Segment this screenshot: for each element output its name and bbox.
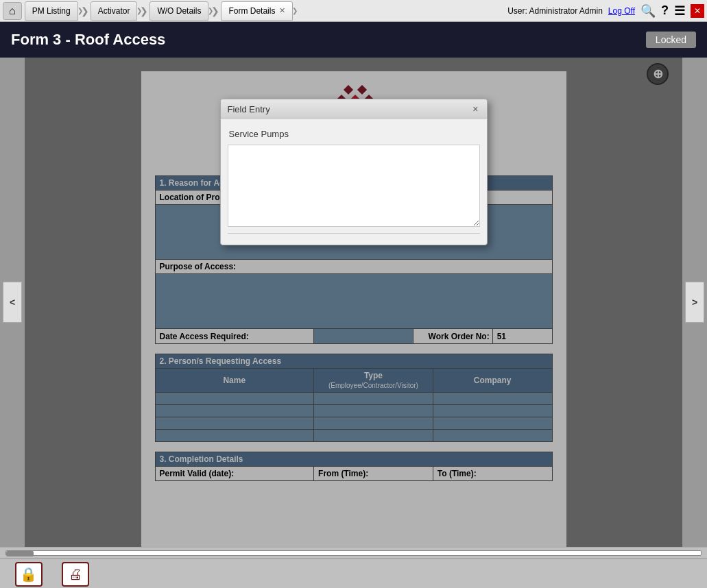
tab-label: PM Listing [32, 6, 71, 16]
tab-label: Form Details [228, 6, 275, 16]
tab-label: Activator [98, 6, 130, 16]
dialog-title-bar: Field Entry × [221, 99, 487, 119]
tab-form-details[interactable]: Form Details ✕ [221, 1, 293, 21]
horizontal-scrollbar[interactable] [0, 547, 707, 558]
nav-right: User: Administrator Admin Log Off 🔍 ? ☰ … [507, 3, 704, 19]
bottom-toolbar: 🔒 Lock Form 🖨 Print [0, 558, 707, 588]
logoff-link[interactable]: Log Off [608, 6, 635, 16]
scroll-track [5, 550, 702, 556]
tab-pm-listing[interactable]: PM Listing [25, 1, 78, 21]
app-close-button[interactable]: ✕ [691, 4, 704, 18]
print-icon: 🖨 [62, 562, 89, 587]
nav-bar: ⌂ PM Listing ❯ Activator ❯ W/O Details ❯… [0, 0, 707, 22]
menu-icon[interactable]: ☰ [674, 3, 685, 19]
user-text: User: Administrator Admin [507, 6, 603, 16]
page-header: Form 3 - Roof Access Locked [0, 22, 707, 58]
tab-label: W/O Details [157, 6, 201, 16]
scroll-thumb[interactable] [6, 551, 34, 556]
field-entry-dialog: Field Entry × Service Pumps [220, 99, 488, 245]
page-title: Form 3 - Roof Access [11, 31, 165, 49]
print-button[interactable]: 🖨 Print [55, 559, 96, 588]
dialog-body: Service Pumps [221, 119, 487, 245]
search-icon[interactable]: 🔍 [640, 3, 656, 19]
tab-wo-details[interactable]: W/O Details [149, 1, 208, 21]
dialog-textarea[interactable] [228, 145, 480, 227]
next-button[interactable]: > [685, 282, 704, 323]
tab-close-icon[interactable]: ✕ [279, 6, 285, 15]
dialog-close-button[interactable]: × [471, 103, 479, 114]
doc-area: ⊕ [25, 58, 682, 547]
main-area: < ⊕ [0, 58, 707, 547]
prev-button[interactable]: < [3, 282, 22, 323]
dialog-title: Field Entry [228, 104, 270, 114]
dialog-separator [228, 233, 480, 234]
lock-form-button[interactable]: 🔒 Lock Form [5, 559, 52, 588]
dialog-overlay: Field Entry × Service Pumps [25, 58, 682, 547]
help-icon[interactable]: ? [661, 3, 669, 18]
home-button[interactable]: ⌂ [3, 2, 22, 20]
locked-badge: Locked [646, 32, 696, 48]
tab-activator[interactable]: Activator [91, 1, 138, 21]
lock-icon: 🔒 [15, 562, 43, 587]
dialog-current-value: Service Pumps [228, 126, 480, 142]
